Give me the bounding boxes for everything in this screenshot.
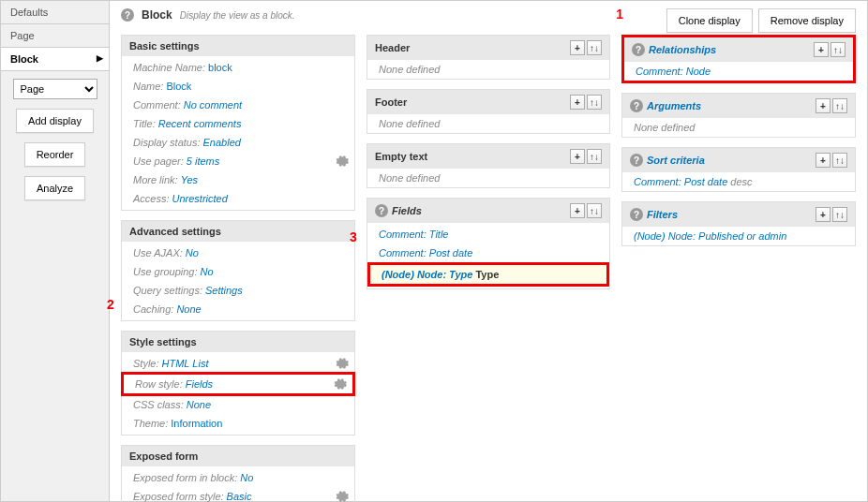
pager-link[interactable]: 5 items (187, 154, 219, 169)
none-defined: None defined (367, 169, 609, 187)
main-panel: ? Block Display the view as a block. Bas… (110, 1, 867, 501)
help-icon: ? (632, 43, 645, 56)
rearrange-button[interactable]: ↑↓ (832, 98, 847, 113)
none-defined: None defined (367, 114, 609, 133)
gear-icon[interactable] (334, 377, 347, 391)
help-icon: ? (630, 99, 643, 112)
field-comment-title[interactable]: Comment: Title (379, 227, 448, 242)
analyze-button[interactable]: Analyze (24, 176, 85, 200)
tab-block[interactable]: Block (1, 48, 109, 71)
field-node-type-row: (Node) Node: Type Type (367, 262, 609, 287)
name-link[interactable]: Block (166, 79, 191, 94)
gear-icon[interactable] (336, 155, 349, 168)
gear-icon[interactable] (336, 357, 349, 370)
filters-section: ?Filters+↑↓ (Node) Node: Published or ad… (621, 201, 856, 246)
theme-link[interactable]: Information (171, 416, 222, 431)
rearrange-button[interactable]: ↑↓ (587, 40, 602, 55)
help-icon: ? (630, 208, 643, 221)
gear-icon[interactable] (336, 490, 349, 502)
field-node-type-link[interactable]: (Node) Node: Type (382, 269, 472, 280)
query-settings-link[interactable]: Settings (205, 283, 243, 298)
add-button[interactable]: + (570, 149, 585, 164)
style-link[interactable]: HTML List (162, 356, 209, 371)
display-status-link[interactable]: Enabled (203, 135, 241, 150)
comment-link[interactable]: No comment (184, 97, 242, 112)
grouping-link[interactable]: No (201, 264, 214, 279)
remove-display-button[interactable]: Remove display (758, 8, 856, 33)
css-class-link[interactable]: None (187, 397, 211, 412)
clone-display-button[interactable]: Clone display (666, 8, 753, 33)
header-section: Header+↑↓ None defined (367, 35, 610, 80)
display-tabs: Defaults Page Block Page Add display Reo… (1, 1, 110, 501)
sort-criteria-section: ?Sort criteria+↑↓ Comment: Post date des… (621, 147, 856, 192)
row-style-row: Row style:Fields (121, 372, 355, 396)
row-style-link[interactable]: Fields (186, 376, 213, 391)
exposed-style-link[interactable]: Basic (227, 489, 252, 502)
ajax-link[interactable]: No (186, 245, 199, 260)
add-button[interactable]: + (816, 98, 831, 113)
basic-settings-section: Basic settings Machine Name:block Name:B… (121, 35, 355, 211)
exposed-form-section: Exposed form Exposed form in block:No Ex… (121, 445, 355, 502)
annotation-3: 3 (350, 229, 357, 244)
sort-post-date[interactable]: Comment: Post date (634, 174, 727, 189)
rearrange-button[interactable]: ↑↓ (587, 149, 602, 164)
exposed-in-block-link[interactable]: No (240, 470, 253, 485)
display-type-select[interactable]: Page (13, 79, 97, 99)
rearrange-button[interactable]: ↑↓ (831, 42, 846, 57)
none-defined: None defined (367, 60, 609, 79)
empty-text-section: Empty text+↑↓ None defined (367, 143, 610, 188)
help-icon: ? (121, 8, 134, 22)
add-button[interactable]: + (570, 203, 585, 218)
rearrange-button[interactable]: ↑↓ (832, 207, 847, 222)
caching-link[interactable]: None (176, 302, 201, 317)
field-comment-post-date[interactable]: Comment: Post date (379, 245, 472, 260)
help-icon: ? (630, 154, 643, 167)
fields-section: ?Fields+↑↓ Comment: Title Comment: Post … (367, 198, 610, 289)
tab-page[interactable]: Page (1, 24, 109, 48)
filter-node-published[interactable]: (Node) Node: Published or admin (634, 229, 786, 244)
add-button[interactable]: + (814, 42, 829, 57)
style-settings-section: Style settings Style:HTML List Row style… (121, 331, 355, 436)
display-description: Display the view as a block. (180, 10, 295, 21)
add-button[interactable]: + (570, 95, 585, 110)
rearrange-button[interactable]: ↑↓ (587, 95, 602, 110)
relationship-comment-node[interactable]: Comment: Node (636, 64, 711, 79)
rearrange-button[interactable]: ↑↓ (832, 153, 847, 168)
access-link[interactable]: Unrestricted (172, 191, 228, 206)
add-button[interactable]: + (570, 40, 585, 55)
add-button[interactable]: + (816, 207, 831, 222)
advanced-settings-section: Advanced settings Use AJAX:No Use groupi… (121, 220, 355, 321)
tab-defaults[interactable]: Defaults (1, 1, 109, 24)
add-button[interactable]: + (816, 153, 831, 168)
add-display-button[interactable]: Add display (16, 109, 94, 133)
rearrange-button[interactable]: ↑↓ (587, 203, 602, 218)
relationships-section: ?Relationships+↑↓ Comment: Node (621, 35, 856, 83)
reorder-button[interactable]: Reorder (24, 142, 86, 167)
machine-name-link[interactable]: block (208, 60, 232, 75)
footer-section: Footer+↑↓ None defined (367, 89, 610, 134)
help-icon: ? (375, 204, 388, 217)
title-link[interactable]: Recent comments (158, 116, 242, 131)
more-link[interactable]: Yes (181, 172, 198, 187)
annotation-2: 2 (107, 297, 114, 312)
arguments-section: ?Arguments+↑↓ None defined (621, 93, 856, 138)
display-title: Block (142, 8, 172, 22)
none-defined: None defined (622, 118, 855, 137)
annotation-1: 1 (616, 7, 623, 22)
